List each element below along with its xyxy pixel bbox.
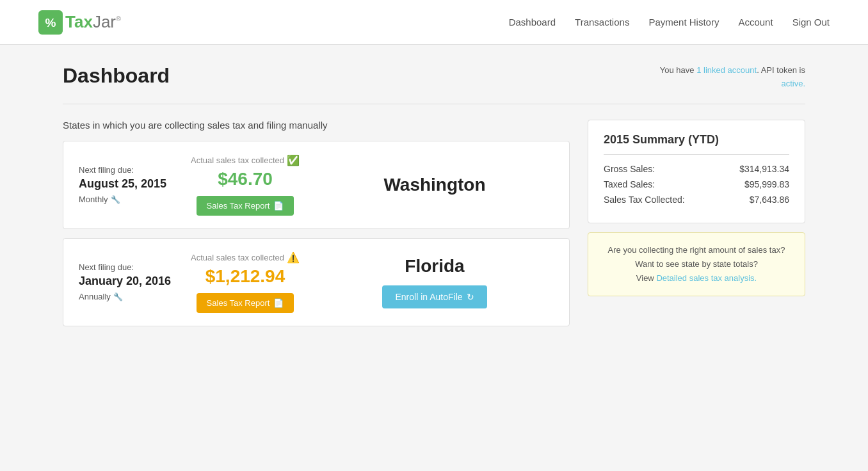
nav-payment-history[interactable]: Payment History <box>648 17 719 28</box>
filing-date-washington: August 25, 2015 <box>79 177 175 191</box>
report-icon-florida: 📄 <box>273 298 284 308</box>
svg-text:%: % <box>45 15 56 29</box>
sales-tax-collected-label: Sales Tax Collected: <box>604 195 685 205</box>
page-title: Dashboard <box>63 64 170 88</box>
collected-label-florida: Actual sales tax collected ⚠️ <box>188 251 303 264</box>
logo: % TaxJar® <box>38 10 121 35</box>
alert-line2: Want to see state by state totals? <box>601 257 792 271</box>
tax-collected-florida: Actual sales tax collected ⚠️ $1,212.94 … <box>188 251 303 313</box>
report-icon-washington: 📄 <box>273 201 284 211</box>
autofile-icon-florida: ↻ <box>467 292 474 302</box>
nav-account[interactable]: Account <box>738 17 773 28</box>
gross-sales-value: $314,913.34 <box>739 164 789 174</box>
section-subtitle: States in which you are collecting sales… <box>63 120 570 131</box>
filing-label-florida: Next filing due: <box>79 262 175 272</box>
summary-row-taxed: Taxed Sales: $95,999.83 <box>604 179 789 189</box>
tax-amount-washington: $46.70 <box>188 169 303 189</box>
header: % TaxJar® Dashboard Transactions Payment… <box>0 0 868 45</box>
status-warn-icon-florida: ⚠️ <box>287 251 300 264</box>
tax-collected-washington: Actual sales tax collected ✅ $46.70 Sale… <box>188 154 303 216</box>
wrench-icon-washington[interactable]: 🔧 <box>111 195 120 204</box>
account-notice: You have 1 linked account. API token is … <box>660 64 805 91</box>
logo-text: TaxJar® <box>65 12 121 32</box>
tax-amount-florida: $1,212.94 <box>188 266 303 287</box>
dashboard-header: Dashboard You have 1 linked account. API… <box>63 64 805 91</box>
main-nav: Dashboard Transactions Payment History A… <box>509 17 830 28</box>
left-column: States in which you are collecting sales… <box>63 120 570 335</box>
filing-date-florida: January 20, 2016 <box>79 275 175 288</box>
summary-row-collected: Sales Tax Collected: $7,643.86 <box>604 195 789 205</box>
filing-label-washington: Next filing due: <box>79 165 175 175</box>
filing-info-florida: Next filing due: January 20, 2016 Annual… <box>79 262 175 301</box>
nav-transactions[interactable]: Transactions <box>575 17 629 28</box>
summary-row-gross: Gross Sales: $314,913.34 <box>604 164 789 174</box>
filing-card-washington: Next filing due: August 25, 2015 Monthly… <box>63 141 570 229</box>
state-name-washington: Washington <box>316 175 554 195</box>
sales-tax-report-btn-washington[interactable]: Sales Tax Report 📄 <box>197 196 294 216</box>
filing-frequency-florida: Annually 🔧 <box>79 292 175 301</box>
section-divider <box>63 104 805 104</box>
right-column: 2015 Summary (YTD) Gross Sales: $314,913… <box>588 120 805 335</box>
status-check-icon-washington: ✅ <box>287 154 300 166</box>
sales-tax-collected-value: $7,643.86 <box>750 195 789 205</box>
filing-frequency-washington: Monthly 🔧 <box>79 195 175 204</box>
gross-sales-label: Gross Sales: <box>604 164 655 174</box>
filing-card-florida: Next filing due: January 20, 2016 Annual… <box>63 238 570 326</box>
nav-sign-out[interactable]: Sign Out <box>792 17 830 28</box>
enroll-area-florida: Florida Enroll in AutoFile ↻ <box>316 256 554 308</box>
state-name-florida: Florida <box>316 256 554 276</box>
content-row: States in which you are collecting sales… <box>63 120 805 335</box>
alert-line3: View Detailed sales tax analysis. <box>601 271 792 285</box>
linked-account-link[interactable]: 1 linked account <box>696 65 757 75</box>
taxed-sales-label: Taxed Sales: <box>604 179 655 189</box>
nav-dashboard[interactable]: Dashboard <box>509 17 556 28</box>
taxed-sales-value: $95,999.83 <box>744 179 789 189</box>
enroll-autofile-btn-florida[interactable]: Enroll in AutoFile ↻ <box>382 285 486 308</box>
taxjar-logo-icon: % <box>38 10 63 35</box>
api-token-link[interactable]: active. <box>781 79 805 88</box>
summary-title: 2015 Summary (YTD) <box>604 133 789 155</box>
detailed-analysis-link[interactable]: Detailed sales tax analysis. <box>656 273 757 283</box>
collected-label-washington: Actual sales tax collected ✅ <box>188 154 303 166</box>
alert-line1: Are you collecting the right amount of s… <box>601 243 792 257</box>
sales-tax-report-btn-florida[interactable]: Sales Tax Report 📄 <box>197 293 294 313</box>
summary-card: 2015 Summary (YTD) Gross Sales: $314,913… <box>588 120 805 223</box>
main-content: Dashboard You have 1 linked account. API… <box>24 45 844 355</box>
wrench-icon-florida[interactable]: 🔧 <box>113 292 123 301</box>
filing-info-washington: Next filing due: August 25, 2015 Monthly… <box>79 165 175 204</box>
alert-card: Are you collecting the right amount of s… <box>588 232 805 296</box>
